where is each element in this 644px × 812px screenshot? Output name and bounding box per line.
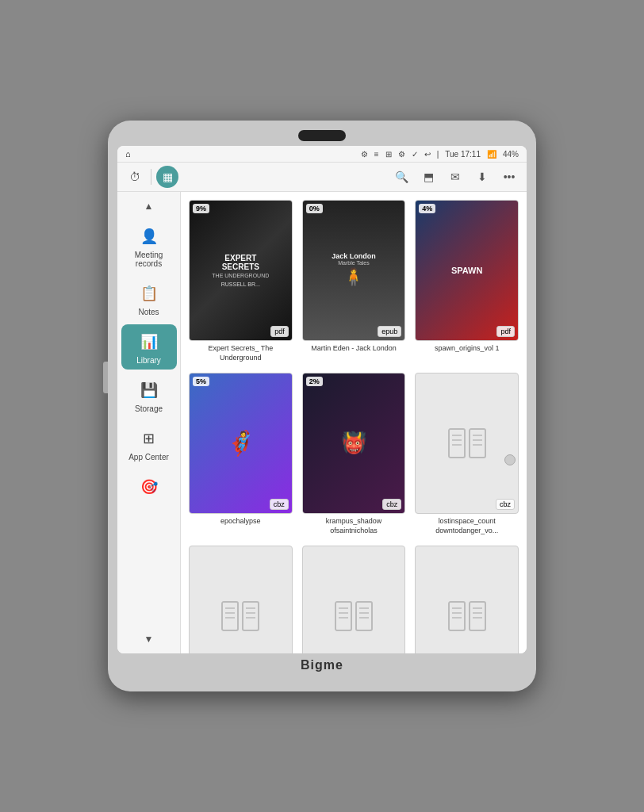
- book-item-pacificrim[interactable]: cbz pacificrim_talesfr omthedrift: [302, 546, 406, 653]
- sidebar-up-arrow[interactable]: ▲: [140, 197, 159, 216]
- placeholder-icon-lostinspace1: [426, 394, 508, 492]
- book-type-epo: cbz: [270, 499, 289, 510]
- search-icon[interactable]: 🔍: [390, 166, 412, 188]
- book-type-spawn: pdf: [496, 326, 515, 337]
- app-center-label: App Center: [128, 453, 169, 462]
- check-icon: ✓: [412, 150, 418, 159]
- sidebar-item-settings[interactable]: 🎯: [121, 469, 177, 506]
- sidebar-item-notes[interactable]: 📋 Notes: [121, 276, 177, 321]
- extra-icon: 🎯: [136, 474, 162, 500]
- svg-rect-0: [449, 429, 465, 458]
- sidebar-item-library[interactable]: 📊 Library: [121, 324, 177, 370]
- notes-label: Notes: [138, 308, 159, 316]
- martin-author: Jack London: [332, 252, 376, 260]
- book-cover-lostinspace1: cbz: [415, 373, 519, 514]
- book-type-lostinspace1: cbz: [496, 499, 515, 510]
- meeting-records-label: Meeting records: [125, 251, 174, 268]
- grid-view-icon[interactable]: ▦: [156, 166, 178, 188]
- library-label: Library: [136, 356, 161, 365]
- book-item-epochalypse[interactable]: 🦸 5% cbz epochalypse: [189, 373, 293, 536]
- book-item-martin-eden[interactable]: Jack London Marble Tales 🧍 0% epub Marti…: [302, 200, 406, 363]
- history-icon[interactable]: ⏱: [124, 166, 146, 188]
- cover-inner-lostinspace2: [190, 546, 292, 653]
- svg-rect-24: [449, 602, 465, 630]
- book-grid: EXPERTSECRETS THE UNDERGROUND RUSSELL BR…: [189, 200, 519, 653]
- toolbar-right: 🔍 ⬒ ✉ ⬇ •••: [390, 166, 520, 188]
- notes-icon: 📋: [136, 281, 162, 306]
- more-icon[interactable]: •••: [498, 166, 520, 188]
- status-center: ⚙ ≡ ⊞ ⚙ ✓ ↩ | Tue 17:11 📶 44%: [361, 150, 519, 159]
- camera-notch: [298, 130, 346, 141]
- apps-icon: ⊞: [385, 150, 392, 159]
- book-cover-epo: 🦸 5% cbz: [189, 373, 293, 514]
- download-icon[interactable]: ⬇: [471, 166, 493, 188]
- cover-inner-paificrim-amara: [416, 546, 518, 653]
- sidebar: ▲ 👤 Meeting records 📋 Notes 📊 Library 💾 …: [117, 192, 181, 653]
- status-left: ⌂: [125, 149, 131, 159]
- book-title-martin: Martin Eden - Jack London: [302, 344, 406, 354]
- book-cover-pacificrim: cbz: [302, 546, 406, 653]
- book-cover-expert-secrets: EXPERTSECRETS THE UNDERGROUND RUSSELL BR…: [189, 200, 293, 341]
- toolbar-divider: [151, 169, 151, 185]
- device-brand: Bigme: [117, 658, 527, 672]
- sidebar-item-app-center[interactable]: ⊞ App Center: [121, 421, 177, 466]
- home-icon[interactable]: ⌂: [125, 149, 131, 159]
- book-progress-krampus: 2%: [306, 377, 323, 386]
- book-progress-spawn: 4%: [419, 204, 435, 213]
- export-icon[interactable]: ⬒: [417, 166, 439, 188]
- book-cover-paificrim-amara: cbz: [415, 546, 519, 653]
- book-item-lostinspace2[interactable]: cbz lostinspace_count downtodanger_vol: [189, 546, 293, 653]
- expert-sub: THE UNDERGROUND: [212, 273, 269, 278]
- book-item-paificrim-amara[interactable]: cbz paificrim_amara: [415, 546, 519, 653]
- undo-icon: ↩: [424, 150, 431, 159]
- status-bar: ⌂ ⚙ ≡ ⊞ ⚙ ✓ ↩ | Tue 17:11 📶 44%: [117, 146, 527, 163]
- cover-inner-pacificrim: [303, 546, 405, 653]
- sidebar-item-meeting-records[interactable]: 👤 Meeting records: [121, 219, 177, 273]
- book-cover-lostinspace2: cbz: [189, 546, 293, 653]
- book-item-krampus[interactable]: 👹 2% cbz krampus_shadow ofsaintnicholas: [302, 373, 406, 536]
- svg-rect-25: [470, 602, 485, 630]
- storage-label: Storage: [135, 404, 163, 413]
- cover-text-expert: EXPERTSECRETS THE UNDERGROUND RUSSELL BR…: [190, 201, 292, 340]
- book-title-spawn: spawn_origins_vol 1: [415, 344, 519, 354]
- svg-rect-9: [243, 602, 259, 630]
- library-icon: 📊: [136, 329, 162, 354]
- martin-figure: 🧍: [343, 267, 364, 288]
- book-title-epo: epochalypse: [189, 517, 293, 527]
- expert-title: EXPERTSECRETS: [222, 254, 259, 271]
- svg-rect-16: [335, 602, 351, 630]
- placeholder-icon-lostinspace2: [200, 567, 282, 653]
- placeholder-icon-pacificrim: [313, 567, 395, 653]
- book-item-lostinspace1[interactable]: cbz lostinspace_count downtodanger_vo...: [415, 373, 519, 536]
- app-center-icon: ⊞: [136, 426, 162, 451]
- book-title-krampus: krampus_shadow ofsaintnicholas: [302, 517, 406, 535]
- settings-icon: ⚙: [398, 150, 405, 159]
- svg-rect-1: [470, 429, 485, 458]
- sidebar-down-arrow[interactable]: ▼: [140, 630, 159, 649]
- cover-inner-expert: EXPERTSECRETS THE UNDERGROUND RUSSELL BR…: [190, 201, 292, 340]
- book-type-krampus: cbz: [382, 499, 401, 510]
- meeting-records-icon: 👤: [136, 224, 162, 249]
- wifi-icon: 📶: [487, 150, 496, 159]
- book-item-spawn[interactable]: SPAWN 4% pdf spawn_origins_vol 1: [415, 200, 519, 363]
- toolbar: ⏱ ▦ 🔍 ⬒ ✉ ⬇ •••: [117, 163, 527, 192]
- scroll-indicator: [504, 454, 516, 465]
- menu-icon: ≡: [374, 150, 379, 159]
- book-progress-epo: 5%: [193, 377, 209, 386]
- sidebar-item-storage[interactable]: 💾 Storage: [121, 373, 177, 418]
- side-button[interactable]: [103, 362, 108, 393]
- book-type-martin: epub: [378, 326, 401, 337]
- cover-text-martin: Jack London Marble Tales 🧍: [303, 201, 405, 340]
- mail-icon[interactable]: ✉: [444, 166, 466, 188]
- book-cover-spawn: SPAWN 4% pdf: [415, 200, 519, 341]
- cover-inner-epo: 🦸: [190, 373, 292, 513]
- book-progress-martin: 0%: [306, 204, 323, 213]
- book-item-expert-secrets[interactable]: EXPERTSECRETS THE UNDERGROUND RUSSELL BR…: [189, 200, 293, 363]
- battery-status: 44%: [503, 150, 519, 159]
- book-title-expert: Expert Secrets_ The Underground: [189, 344, 293, 362]
- epo-figure: 🦸: [226, 429, 255, 457]
- divider-status: |: [437, 150, 439, 159]
- content-area: EXPERTSECRETS THE UNDERGROUND RUSSELL BR…: [181, 192, 527, 653]
- spawn-cover-text: SPAWN: [448, 262, 486, 278]
- svg-rect-8: [222, 602, 238, 630]
